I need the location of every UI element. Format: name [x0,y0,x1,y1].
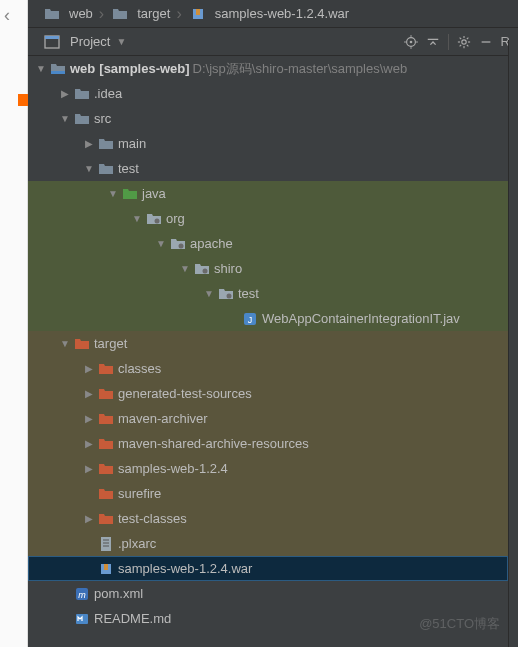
expand-arrow-icon[interactable]: ▶ [82,387,96,401]
module-icon [50,61,66,77]
tree-node-mvnshared[interactable]: ▶ maven-shared-archive-resources [28,431,508,456]
java-class-icon: J [242,311,258,327]
folder-icon [112,6,128,22]
expand-arrow-icon[interactable]: ▼ [202,287,216,301]
node-label: README.md [94,611,171,626]
maven-icon: m [74,586,90,602]
svg-rect-28 [101,537,111,551]
node-label: .plxarc [118,536,156,551]
separator [448,34,449,50]
folder-icon [74,86,90,102]
tree-node-shiro[interactable]: ▼ shiro [28,256,508,281]
node-label: java [142,186,166,201]
gear-icon[interactable] [453,31,475,53]
tree-node-surefire[interactable]: ▶ surefire [28,481,508,506]
expand-arrow-icon[interactable]: ▶ [82,362,96,376]
tree-node-classes[interactable]: ▶ classes [28,356,508,381]
tree-node-test[interactable]: ▼ test [28,156,508,181]
test-source-folder-icon [122,186,138,202]
chevron-right-icon: › [176,5,181,23]
node-label: maven-shared-archive-resources [118,436,309,451]
node-label: generated-test-sources [118,386,252,401]
excluded-folder-icon [98,361,114,377]
breadcrumb-item-target[interactable]: target [110,6,170,22]
tree-node-gensrc[interactable]: ▶ generated-test-sources [28,381,508,406]
node-label: surefire [118,486,161,501]
excluded-folder-icon [98,436,114,452]
chevron-left-icon: ‹ [4,5,10,26]
tree-node-target[interactable]: ▼ target [28,331,508,356]
tree-node-war[interactable]: ▶ samples-web-1.2.4.war [28,556,508,581]
package-icon [146,211,162,227]
expand-arrow-icon[interactable]: ▶ [82,437,96,451]
excluded-folder-icon [74,336,90,352]
gutter-marker [18,94,28,106]
editor-left-gutter: ‹ [0,0,28,647]
chevron-right-icon: › [99,5,104,23]
breadcrumb-label: web [69,6,93,21]
expand-arrow-icon[interactable]: ▶ [82,512,96,526]
tree-node-java[interactable]: ▼ java [28,181,508,206]
expand-arrow-icon[interactable]: ▼ [130,212,144,226]
tree-node-apache[interactable]: ▼ apache [28,231,508,256]
expand-arrow-icon[interactable]: ▼ [34,62,48,76]
project-tree[interactable]: ▼ web [samples-web] D:\jsp源码\shiro-maste… [28,56,508,647]
expand-arrow-icon[interactable]: ▶ [58,87,72,101]
node-bracket: [samples-web] [99,61,189,76]
project-view-selector[interactable]: Project ▼ [36,32,132,52]
project-toolbar: Project ▼ R [28,28,518,56]
watermark: @51CTO博客 [419,615,500,633]
package-icon [218,286,234,302]
svg-text:J: J [248,315,253,325]
excluded-folder-icon [98,486,114,502]
breadcrumb-item-war[interactable]: samples-web-1.2.4.war [188,6,349,22]
node-label: main [118,136,146,151]
expand-arrow-icon[interactable]: ▼ [58,112,72,126]
breadcrumb: web › target › samples-web-1.2.4.war [28,0,518,28]
expand-arrow-icon[interactable]: ▶ [82,462,96,476]
node-label: samples-web-1.2.4.war [118,561,252,576]
locate-icon[interactable] [400,31,422,53]
tree-node-sw124[interactable]: ▶ samples-web-1.2.4 [28,456,508,481]
excluded-folder-icon [98,386,114,402]
package-icon [194,261,210,277]
expand-arrow-icon[interactable]: ▼ [154,237,168,251]
expand-arrow-icon[interactable]: ▼ [106,187,120,201]
svg-point-22 [155,218,160,223]
archive-icon [190,6,206,22]
breadcrumb-item-web[interactable]: web [42,6,93,22]
folder-icon [44,6,60,22]
text-file-icon [98,536,114,552]
tree-node-testclasses[interactable]: ▶ test-classes [28,506,508,531]
node-label: pom.xml [94,586,143,601]
expand-arrow-icon[interactable]: ▼ [178,262,192,276]
node-label: apache [190,236,233,251]
tree-node-mvnarch[interactable]: ▶ maven-archiver [28,406,508,431]
node-label: classes [118,361,161,376]
node-label: src [94,111,111,126]
tree-node-test-pkg[interactable]: ▼ test [28,281,508,306]
archive-icon [98,561,114,577]
expand-arrow-icon[interactable]: ▶ [82,137,96,151]
tree-node-plxarc[interactable]: ▶ .plxarc [28,531,508,556]
svg-point-23 [179,243,184,248]
tree-node-pom[interactable]: ▶ m pom.xml [28,581,508,606]
expand-arrow-icon[interactable]: ▼ [58,337,72,351]
tree-node-src[interactable]: ▼ src [28,106,508,131]
tree-node-idea[interactable]: ▶ .idea [28,81,508,106]
tree-node-testfile[interactable]: ▶ J WebAppContainerIntegrationIT.jav [28,306,508,331]
folder-icon [98,161,114,177]
excluded-folder-icon [98,411,114,427]
node-label: web [70,61,95,76]
svg-line-17 [466,44,468,46]
expand-arrow-icon[interactable]: ▶ [82,412,96,426]
node-label: shiro [214,261,242,276]
tree-node-web[interactable]: ▼ web [samples-web] D:\jsp源码\shiro-maste… [28,56,508,81]
tree-node-org[interactable]: ▼ org [28,206,508,231]
tree-node-main[interactable]: ▶ main [28,131,508,156]
excluded-folder-icon [98,461,114,477]
expand-arrow-icon[interactable]: ▼ [82,162,96,176]
node-label: WebAppContainerIntegrationIT.jav [262,311,460,326]
minimize-icon[interactable] [475,31,497,53]
collapse-all-icon[interactable] [422,31,444,53]
